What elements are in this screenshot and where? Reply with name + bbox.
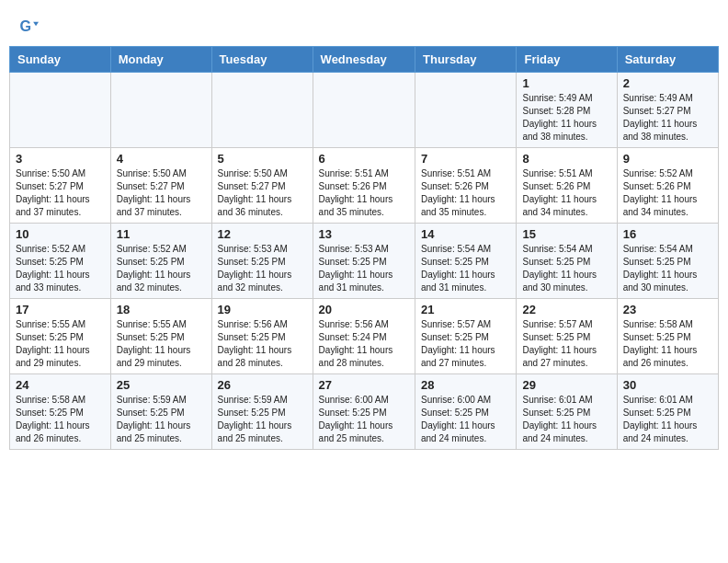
day-info: Sunrise: 5:55 AM Sunset: 5:25 PM Dayligh…: [117, 318, 206, 370]
day-number: 8: [522, 152, 610, 166]
calendar-cell: 8Sunrise: 5:51 AM Sunset: 5:26 PM Daylig…: [517, 148, 617, 224]
calendar-cell: 9Sunrise: 5:52 AM Sunset: 5:26 PM Daylig…: [617, 148, 718, 224]
calendar-cell: 5Sunrise: 5:50 AM Sunset: 5:27 PM Daylig…: [211, 148, 313, 224]
day-number: 19: [218, 303, 307, 316]
day-info: Sunrise: 5:49 AM Sunset: 5:27 PM Dayligh…: [623, 92, 712, 144]
day-info: Sunrise: 5:58 AM Sunset: 5:25 PM Dayligh…: [623, 318, 712, 370]
calendar-cell: [415, 73, 517, 148]
calendar-cell: 23Sunrise: 5:58 AM Sunset: 5:25 PM Dayli…: [617, 299, 718, 374]
calendar-cell: 6Sunrise: 5:51 AM Sunset: 5:26 PM Daylig…: [313, 148, 415, 224]
calendar-cell: 11Sunrise: 5:52 AM Sunset: 5:25 PM Dayli…: [110, 224, 211, 299]
day-number: 6: [319, 152, 409, 166]
day-number: 1: [522, 76, 610, 90]
day-info: Sunrise: 5:50 AM Sunset: 5:27 PM Dayligh…: [16, 167, 105, 219]
calendar-cell: 19Sunrise: 5:56 AM Sunset: 5:25 PM Dayli…: [211, 299, 313, 374]
day-number: 22: [522, 303, 610, 316]
weekday-header-monday: Monday: [110, 47, 211, 73]
calendar-cell: [10, 73, 111, 148]
day-number: 29: [522, 378, 610, 392]
calendar-cell: 26Sunrise: 5:59 AM Sunset: 5:25 PM Dayli…: [211, 374, 313, 450]
day-info: Sunrise: 5:50 AM Sunset: 5:27 PM Dayligh…: [117, 167, 206, 219]
calendar-cell: 7Sunrise: 5:51 AM Sunset: 5:26 PM Daylig…: [415, 148, 517, 224]
calendar-cell: [211, 73, 313, 148]
day-info: Sunrise: 5:51 AM Sunset: 5:26 PM Dayligh…: [522, 167, 610, 219]
day-number: 28: [421, 378, 510, 392]
day-info: Sunrise: 5:50 AM Sunset: 5:27 PM Dayligh…: [218, 167, 307, 219]
svg-text:G: G: [19, 17, 31, 34]
calendar-cell: [313, 73, 415, 148]
day-number: 10: [16, 227, 105, 241]
day-info: Sunrise: 5:58 AM Sunset: 5:25 PM Dayligh…: [16, 394, 105, 445]
calendar-body: 1Sunrise: 5:49 AM Sunset: 5:28 PM Daylig…: [10, 73, 719, 450]
calendar-cell: 1Sunrise: 5:49 AM Sunset: 5:28 PM Daylig…: [517, 73, 617, 148]
day-info: Sunrise: 5:54 AM Sunset: 5:25 PM Dayligh…: [623, 243, 712, 294]
calendar-cell: 3Sunrise: 5:50 AM Sunset: 5:27 PM Daylig…: [10, 148, 111, 224]
day-number: 13: [319, 227, 409, 241]
calendar-cell: 20Sunrise: 5:56 AM Sunset: 5:24 PM Dayli…: [313, 299, 415, 374]
day-info: Sunrise: 5:57 AM Sunset: 5:25 PM Dayligh…: [421, 318, 510, 370]
day-info: Sunrise: 5:56 AM Sunset: 5:25 PM Dayligh…: [218, 318, 307, 370]
day-info: Sunrise: 5:53 AM Sunset: 5:25 PM Dayligh…: [319, 243, 409, 294]
calendar-cell: 17Sunrise: 5:55 AM Sunset: 5:25 PM Dayli…: [10, 299, 111, 374]
calendar-cell: 29Sunrise: 6:01 AM Sunset: 5:25 PM Dayli…: [517, 374, 617, 450]
day-number: 15: [522, 227, 610, 241]
day-info: Sunrise: 5:54 AM Sunset: 5:25 PM Dayligh…: [522, 243, 610, 294]
day-info: Sunrise: 6:01 AM Sunset: 5:25 PM Dayligh…: [522, 394, 610, 445]
day-info: Sunrise: 5:49 AM Sunset: 5:28 PM Dayligh…: [522, 92, 610, 144]
day-number: 25: [117, 378, 206, 392]
day-info: Sunrise: 5:59 AM Sunset: 5:25 PM Dayligh…: [117, 394, 206, 445]
day-number: 20: [319, 303, 409, 316]
day-info: Sunrise: 6:01 AM Sunset: 5:25 PM Dayligh…: [623, 394, 712, 445]
calendar-cell: 12Sunrise: 5:53 AM Sunset: 5:25 PM Dayli…: [211, 224, 313, 299]
calendar-week-row: 24Sunrise: 5:58 AM Sunset: 5:25 PM Dayli…: [10, 374, 719, 450]
weekday-header-wednesday: Wednesday: [313, 47, 415, 73]
calendar-cell: 13Sunrise: 5:53 AM Sunset: 5:25 PM Dayli…: [313, 224, 415, 299]
weekday-header-row: SundayMondayTuesdayWednesdayThursdayFrid…: [10, 47, 719, 73]
calendar-week-row: 10Sunrise: 5:52 AM Sunset: 5:25 PM Dayli…: [10, 224, 719, 299]
day-number: 2: [623, 76, 712, 90]
calendar-cell: [110, 73, 211, 148]
day-number: 5: [218, 152, 307, 166]
calendar-cell: 28Sunrise: 6:00 AM Sunset: 5:25 PM Dayli…: [415, 374, 517, 450]
logo: G: [18, 17, 42, 37]
day-number: 3: [16, 152, 105, 166]
day-number: 23: [623, 303, 712, 316]
calendar-cell: 16Sunrise: 5:54 AM Sunset: 5:25 PM Dayli…: [617, 224, 718, 299]
day-number: 27: [319, 378, 409, 392]
day-info: Sunrise: 5:52 AM Sunset: 5:26 PM Dayligh…: [623, 167, 712, 219]
calendar-cell: 4Sunrise: 5:50 AM Sunset: 5:27 PM Daylig…: [110, 148, 211, 224]
weekday-header-sunday: Sunday: [10, 47, 111, 73]
calendar-cell: 27Sunrise: 6:00 AM Sunset: 5:25 PM Dayli…: [313, 374, 415, 450]
calendar-cell: 21Sunrise: 5:57 AM Sunset: 5:25 PM Dayli…: [415, 299, 517, 374]
calendar-cell: 25Sunrise: 5:59 AM Sunset: 5:25 PM Dayli…: [110, 374, 211, 450]
day-number: 9: [623, 152, 712, 166]
day-number: 17: [16, 303, 105, 316]
day-number: 16: [623, 227, 712, 241]
calendar-week-row: 3Sunrise: 5:50 AM Sunset: 5:27 PM Daylig…: [10, 148, 719, 224]
day-number: 4: [117, 152, 206, 166]
weekday-header-thursday: Thursday: [415, 47, 517, 73]
day-info: Sunrise: 5:51 AM Sunset: 5:26 PM Dayligh…: [421, 167, 510, 219]
calendar-cell: 22Sunrise: 5:57 AM Sunset: 5:25 PM Dayli…: [517, 299, 617, 374]
calendar-week-row: 1Sunrise: 5:49 AM Sunset: 5:28 PM Daylig…: [10, 73, 719, 148]
day-info: Sunrise: 5:56 AM Sunset: 5:24 PM Dayligh…: [319, 318, 409, 370]
logo-icon: G: [18, 17, 39, 37]
day-info: Sunrise: 5:52 AM Sunset: 5:25 PM Dayligh…: [117, 243, 206, 294]
day-number: 12: [218, 227, 307, 241]
day-info: Sunrise: 5:59 AM Sunset: 5:25 PM Dayligh…: [218, 394, 307, 445]
day-number: 21: [421, 303, 510, 316]
calendar-header: SundayMondayTuesdayWednesdayThursdayFrid…: [10, 47, 719, 73]
calendar-cell: 15Sunrise: 5:54 AM Sunset: 5:25 PM Dayli…: [517, 224, 617, 299]
weekday-header-friday: Friday: [517, 47, 617, 73]
page-header: G: [0, 0, 728, 46]
day-info: Sunrise: 5:54 AM Sunset: 5:25 PM Dayligh…: [421, 243, 510, 294]
day-number: 11: [117, 227, 206, 241]
day-info: Sunrise: 5:52 AM Sunset: 5:25 PM Dayligh…: [16, 243, 105, 294]
calendar-cell: 30Sunrise: 6:01 AM Sunset: 5:25 PM Dayli…: [617, 374, 718, 450]
day-info: Sunrise: 6:00 AM Sunset: 5:25 PM Dayligh…: [421, 394, 510, 445]
day-info: Sunrise: 5:57 AM Sunset: 5:25 PM Dayligh…: [522, 318, 610, 370]
calendar-week-row: 17Sunrise: 5:55 AM Sunset: 5:25 PM Dayli…: [10, 299, 719, 374]
svg-marker-1: [33, 22, 39, 26]
day-number: 7: [421, 152, 510, 166]
calendar-cell: 10Sunrise: 5:52 AM Sunset: 5:25 PM Dayli…: [10, 224, 111, 299]
